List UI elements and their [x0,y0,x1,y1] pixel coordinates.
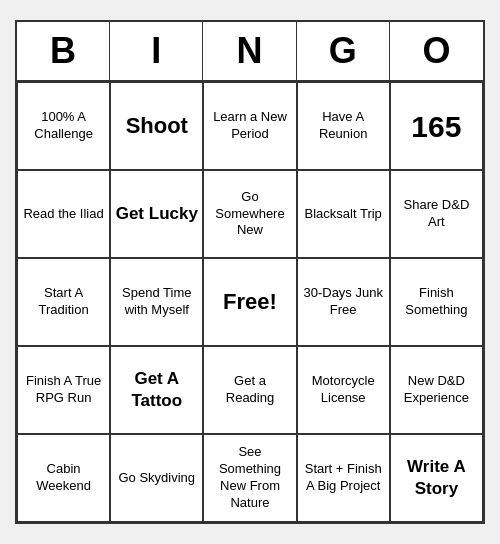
cell-17: Get a Reading [203,346,296,434]
cell-23: Start + Finish A Big Project [297,434,390,522]
cell-9: Share D&D Art [390,170,483,258]
cell-21: Go Skydiving [110,434,203,522]
cell-19: New D&D Experience [390,346,483,434]
cell-22: See Something New From Nature [203,434,296,522]
cell-20: Cabin Weekend [17,434,110,522]
cell-0: 100% A Challenge [17,82,110,170]
cell-14: Finish Something [390,258,483,346]
cell-8: Blacksalt Trip [297,170,390,258]
bingo-card: B I N G O 100% A Challenge Shoot Learn a… [15,20,485,524]
bingo-header: B I N G O [17,22,483,82]
cell-10: Start A Tradition [17,258,110,346]
letter-i: I [110,22,203,80]
cell-1: Shoot [110,82,203,170]
letter-o: O [390,22,483,80]
cell-13: 30-Days Junk Free [297,258,390,346]
cell-16: Get A Tattoo [110,346,203,434]
bingo-grid: 100% A Challenge Shoot Learn a New Perio… [17,82,483,522]
cell-24: Write A Story [390,434,483,522]
cell-7: Go Somewhere New [203,170,296,258]
letter-b: B [17,22,110,80]
cell-4: 165 [390,82,483,170]
cell-free: Free! [203,258,296,346]
cell-15: Finish A True RPG Run [17,346,110,434]
cell-3: Have A Reunion [297,82,390,170]
letter-n: N [203,22,296,80]
letter-g: G [297,22,390,80]
cell-6: Get Lucky [110,170,203,258]
cell-5: Read the Iliad [17,170,110,258]
cell-2: Learn a New Period [203,82,296,170]
cell-18: Motorcycle License [297,346,390,434]
cell-11: Spend Time with Myself [110,258,203,346]
